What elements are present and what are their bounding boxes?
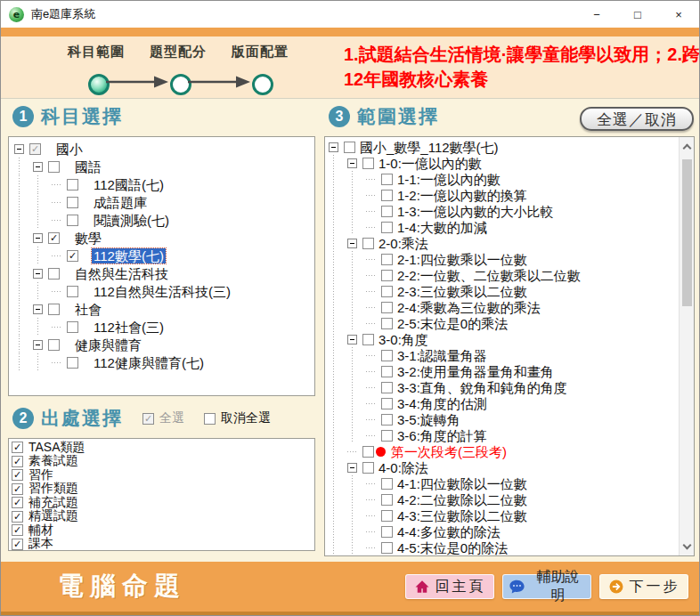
tree-row[interactable]: ✓數學 [14,229,314,247]
tree-row[interactable]: 2-4:乘數為三位數的乘法 [329,299,679,315]
source-list[interactable]: ✓TASA類題✓素養試題✓習作✓習作類題✓補充試題✓精選試題✓輔材✓課本 [8,438,315,551]
checkbox[interactable] [381,286,393,297]
tree-label[interactable]: 第一次段考(三段考) [389,444,509,459]
source-item[interactable]: ✓TASA類題 [12,441,314,455]
source-item[interactable]: ✓精選試題 [12,510,314,524]
checkbox[interactable] [67,179,78,190]
tree-row[interactable]: 國小_數學_112數學(七) [329,139,679,155]
deselect-all-checkbox[interactable]: 取消全選 [204,410,271,426]
tree-label[interactable]: 2-0:乘法 [377,236,430,251]
checkbox[interactable] [48,339,60,351]
tree-label[interactable]: 112國語(七) [92,177,166,192]
step-layout[interactable]: 版面配置 [207,44,313,61]
collapse-icon[interactable] [347,463,357,473]
source-item[interactable]: ✓素養試題 [12,455,314,469]
tree-row[interactable]: 3-5:旋轉角 [329,411,679,427]
tree-row[interactable]: 4-2:二位數除以二位數 [329,491,679,507]
collapse-icon[interactable] [33,233,43,243]
checkbox[interactable] [381,494,393,506]
tree-row[interactable]: 1-4:大數的加減 [329,219,679,235]
tree-label[interactable]: 國語 [73,159,103,174]
scroll-up-button[interactable] [680,139,694,154]
tree-row[interactable]: 1-2:一億以內數的換算 [329,187,679,203]
tree-label[interactable]: 2-5:末位是0的乘法 [395,316,509,331]
tree-label[interactable]: 社會 [73,302,103,317]
tree-row[interactable]: 閱讀測驗(七) [14,211,314,229]
tree-label[interactable]: 3-1:認識量角器 [395,348,489,363]
checkbox[interactable] [381,350,393,361]
checkbox[interactable] [381,526,393,538]
checkbox[interactable] [381,478,393,490]
tree-row[interactable]: ✓112數學(七) [14,247,314,264]
minimize-button[interactable]: − [576,1,617,28]
scroll-down-button[interactable] [680,539,694,554]
tree-label[interactable]: 112自然與生活科技(三) [92,284,232,299]
tree-label[interactable]: 數學 [73,231,103,246]
checkbox[interactable]: ✓ [48,232,60,244]
tree-row[interactable]: 3-1:認識量角器 [329,347,679,363]
tree-label[interactable]: 2-2:一位數、二位數乘以二位數 [395,268,582,283]
tree-row[interactable]: 112健康與體育(七) [14,353,314,371]
source-item[interactable]: ✓補充試題 [12,496,314,510]
tree-label[interactable]: 4-5:末位是0的除法 [395,540,509,555]
tree-label[interactable]: 自然與生活科技 [73,266,170,281]
tree-label[interactable]: 閱讀測驗(七) [92,213,171,228]
tree-row[interactable]: 自然與生活科技 [14,264,314,282]
tree-row[interactable]: 4-5:末位是0的除法 [329,539,679,555]
checkbox[interactable]: ✓ [12,511,23,523]
tree-row[interactable]: 健康與體育 [14,336,314,353]
checkbox[interactable]: ✓ [142,413,154,425]
checkbox[interactable]: ✓ [29,143,41,155]
checkbox[interactable] [381,318,393,329]
checkbox[interactable] [362,446,374,458]
tree-label[interactable]: 4-1:四位數除以一位數 [395,476,529,491]
checkbox[interactable] [362,158,374,169]
collapse-icon[interactable] [329,142,338,152]
checkbox[interactable]: ✓ [12,483,23,495]
tree-row[interactable]: 3-3:直角、銳角和鈍角的角度 [329,379,679,395]
tree-label[interactable]: 健康與體育 [73,337,143,353]
collapse-icon[interactable] [347,158,357,168]
source-item[interactable]: ✓習作 [12,468,314,482]
tree-row[interactable]: 1-3:一億以內數的大小比較 [329,203,679,219]
checkbox[interactable] [381,510,393,522]
tree-label[interactable]: 4-3:三位數除以二位數 [395,508,529,523]
tree-label[interactable]: 1-1:一億以內的數 [395,172,502,187]
checkbox[interactable] [48,304,60,315]
tree-label[interactable]: 1-4:大數的加減 [395,220,489,235]
checkbox[interactable] [362,334,374,345]
checkbox[interactable] [67,357,78,369]
checkbox[interactable]: ✓ [12,469,23,481]
tree-row[interactable]: 3-6:角度的計算 [329,427,679,443]
checkbox[interactable] [67,197,78,208]
checkbox[interactable] [381,542,393,554]
tree-row[interactable]: 3-2:使用量角器量角和畫角 [329,363,679,379]
tree-row[interactable]: 2-2:一位數、二位數乘以二位數 [329,267,679,283]
tree-row[interactable]: 112社會(三) [14,318,314,336]
checkbox[interactable] [381,206,393,217]
tree-row[interactable]: 112自然與生活科技(三) [14,282,314,300]
checkbox[interactable]: ✓ [12,497,23,508]
checkbox[interactable] [381,414,393,426]
help-button[interactable]: 輔助說明 [502,574,591,599]
tree-row[interactable]: 第一次段考(三段考) [329,443,679,459]
range-tree[interactable]: 國小_數學_112數學(七)1-0:一億以內的數1-1:一億以內的數1-2:一億… [325,137,679,555]
checkbox[interactable] [67,215,78,226]
tree-label[interactable]: 1-2:一億以內數的換算 [395,188,529,203]
tree-label[interactable]: 3-5:旋轉角 [395,412,462,427]
checkbox[interactable] [381,382,393,393]
tree-row[interactable]: 成語題庫 [14,193,314,211]
subject-tree[interactable]: ✓國小國語112國語(七)成語題庫閱讀測驗(七)✓數學✓112數學(七)自然與生… [8,136,315,396]
tree-label[interactable]: 3-6:角度的計算 [395,428,489,443]
tree-row[interactable]: 國語 [14,158,314,175]
checkbox[interactable] [381,222,393,233]
checkbox[interactable] [381,174,393,185]
vertical-scrollbar[interactable] [679,137,694,555]
source-item[interactable]: ✓課本 [12,538,314,552]
tree-label[interactable]: 2-1:四位數乘以一位數 [395,252,529,267]
checkbox[interactable] [48,161,60,173]
tree-row[interactable]: 4-4:多位數的除法 [329,523,679,539]
tree-label[interactable]: 3-0:角度 [377,332,430,347]
tree-label[interactable]: 112社會(三) [92,320,166,335]
checkbox[interactable]: ✓ [12,442,23,453]
